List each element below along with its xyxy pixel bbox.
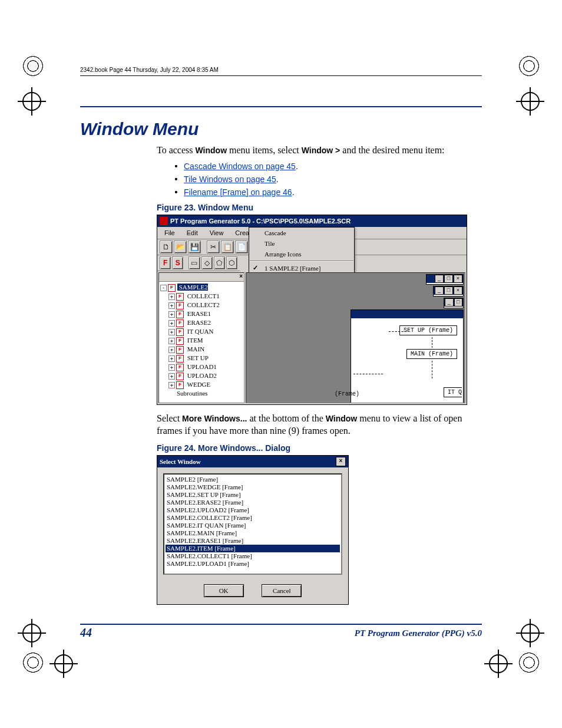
tree-item[interactable]: UPLOAD2 [186,372,217,379]
tree-item[interactable]: ITEM [186,337,203,344]
minimize-icon[interactable]: _ [435,275,444,283]
close-icon[interactable]: × [454,286,462,295]
crosshair-icon [516,619,544,647]
mdi-child-window[interactable]: _□× [426,274,464,285]
diagram-box: SET UP (Frame) [399,325,457,335]
dialog-title: Select Window [160,458,201,465]
ok-button[interactable]: OK [204,584,244,597]
tree-item[interactable]: UPLOAD1 [186,363,217,370]
diagram-label: (Frame) [335,391,359,397]
close-icon[interactable]: × [336,457,346,466]
titlebar: PT Program Generator 5.0 - C:\PSC\PPG5.0… [157,215,467,227]
window-list[interactable]: SAMPLE2 [Frame]SAMPLE2.WEDGE [Frame]SAMP… [163,473,342,575]
menu-file[interactable]: File [158,228,181,238]
connector [353,374,383,374]
tree-panel[interactable]: × -F SAMPLE2 +F COLLECT1+F COLLECT2+F ER… [158,272,244,403]
toolbar-2[interactable]: FS▭◇⬠⬡ [157,255,240,271]
toolbar-button[interactable]: ▭ [189,256,200,269]
tree-item[interactable]: MAIN [186,345,204,353]
cancel-button[interactable]: Cancel [262,584,302,597]
figure-caption: Figure 24. More Windows... Dialog [157,443,482,453]
toolbar-button[interactable]: S [172,256,183,269]
crosshair-icon [484,650,513,678]
text: To access [157,145,196,155]
toolbar-button[interactable]: 🗋 [160,241,173,253]
tree-item[interactable]: Subroutines [177,390,208,397]
list-item[interactable]: SAMPLE2.COLLECT2 [Frame] [166,514,340,522]
toolbar-button[interactable]: ⬡ [226,256,237,269]
link-item: Cascade Windows on page 45. [168,162,482,171]
figure-caption: Figure 23. Window Menu [157,203,482,212]
reg-mark-icon [517,54,541,78]
top-rule [80,106,482,107]
print-header: 2342.book Page 44 Thursday, July 22, 200… [80,67,219,73]
toolbar-button[interactable]: 📋 [221,241,234,253]
list-item[interactable]: SAMPLE2.IT QUAN [Frame] [166,522,340,529]
xref-link[interactable]: Filename [Frame] on page 46 [184,187,292,197]
minimize-icon[interactable]: _ [445,298,454,307]
text-bold: More Windows... [182,414,247,423]
tree-item[interactable]: COLLECT2 [186,301,220,308]
select-window-dialog: Select Window × SAMPLE2 [Frame]SAMPLE2.W… [157,455,349,605]
menu-item[interactable]: Arrange Icons [249,249,354,259]
list-item[interactable]: SAMPLE2.MAIN [Frame] [166,529,340,537]
tree-item[interactable]: SET UP [186,354,209,361]
list-item[interactable]: SAMPLE2.UPLOAD1 [Frame] [166,560,340,568]
close-icon[interactable]: × [239,273,243,279]
toolbar-button[interactable]: ⬠ [214,256,225,269]
close-icon[interactable]: × [454,275,462,283]
footer-title: PT Program Generator (PPG) v5.0 [355,628,482,638]
window-title: PT Program Generator 5.0 - C:\PSC\PPG5.0… [170,218,351,225]
link-list: Cascade Windows on page 45.Tile Windows … [168,162,482,197]
mdi-child-window[interactable]: _□ [444,298,464,308]
toolbar-button[interactable]: F [160,256,171,269]
list-item[interactable]: SAMPLE2.UPLOAD2 [Frame] [166,506,340,514]
tree-root-label[interactable]: SAMPLE2 [177,284,208,291]
list-item[interactable]: SAMPLE2.ITEM [Frame] [166,545,340,552]
paragraph-2: Select More Windows... at the bottom of … [157,412,482,437]
maximize-icon[interactable]: □ [444,286,453,295]
mdi-child-window[interactable]: SET UP (Frame) MAIN (Frame) (Frame) IT Q [351,309,464,403]
toolbar-button[interactable]: ◇ [201,256,213,269]
text: Select [157,413,182,423]
crosshair-icon [18,87,46,116]
link-item: Tile Windows on page 45. [168,174,482,184]
tree-item[interactable]: COLLECT1 [186,292,220,299]
list-item[interactable]: SAMPLE2.SET UP [Frame] [166,491,340,499]
list-item[interactable]: SAMPLE2 [Frame] [166,476,340,483]
toolbar-button[interactable]: ✂ [207,241,220,253]
toolbar-button[interactable]: 📄 [235,241,248,253]
connector [432,337,432,348]
list-item[interactable]: SAMPLE2.ERASE2 [Frame] [166,499,340,506]
header-rule [80,75,482,76]
toolbar-button[interactable]: 📂 [174,241,187,253]
tree-item[interactable]: IT QUAN [186,328,213,335]
tree-item[interactable]: WEDGE [186,381,210,388]
minimize-icon[interactable]: _ [435,286,444,295]
tree-item[interactable]: ERASE2 [186,319,211,326]
reg-mark-icon [21,54,45,78]
menu-edit[interactable]: Edit [181,228,204,238]
list-item[interactable]: SAMPLE2.COLLECT1 [Frame] [166,552,340,560]
crosshair-icon [49,650,78,678]
page-title: Window Menu [80,119,482,139]
menu-view[interactable]: View [204,228,230,238]
xref-link[interactable]: Tile Windows on page 45 [184,174,276,184]
menu-item[interactable]: Cascade [249,228,354,238]
toolbar-button[interactable]: 💾 [188,241,201,253]
maximize-icon[interactable]: □ [444,275,453,283]
xref-link[interactable]: Cascade Windows on page 45 [184,162,296,171]
tree-header: × [159,273,244,282]
tree-item[interactable]: ERASE1 [186,310,211,317]
crosshair-icon [516,87,544,116]
maximize-icon[interactable]: □ [454,298,463,307]
menu-item[interactable]: Tile [249,238,354,249]
reg-mark-icon [21,651,45,674]
text-bold: Window [326,414,358,423]
text-bold: Window [196,146,227,155]
app-icon [160,217,168,225]
list-item[interactable]: SAMPLE2.WEDGE [Frame] [166,483,340,491]
list-item[interactable]: SAMPLE2.ERASE1 [Frame] [166,537,340,545]
link-item: Filename [Frame] on page 46. [168,187,482,197]
mdi-child-window[interactable]: _□× [433,286,464,297]
